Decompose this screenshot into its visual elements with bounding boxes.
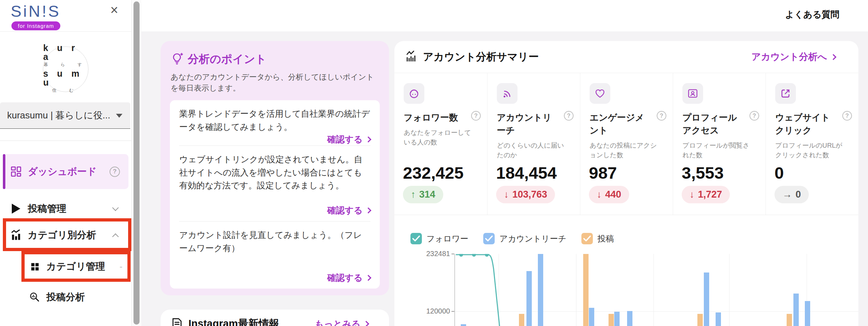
- metric-label: フォロワー数: [404, 111, 458, 124]
- sidebar-item-category-management[interactable]: カテゴリ管理 -: [21, 254, 130, 279]
- metric-desc: プロフィールが閲覧された数: [682, 141, 754, 160]
- account-select-value: kurasumu | 暮らしに役...: [7, 109, 110, 122]
- tip-item: ウェブサイトリンクが設定されていません。自社サイトへの流入を増やしたい場合にはと…: [179, 146, 370, 221]
- profile-card-icon: [682, 83, 703, 104]
- help-icon[interactable]: ?: [657, 111, 666, 121]
- legend-label: 投稿: [597, 233, 614, 244]
- metric-value: 987: [589, 163, 617, 183]
- chevron-down-icon: [116, 114, 122, 118]
- down-arrow-icon: ↓: [597, 189, 602, 200]
- sidebar-scrollbar-thumb[interactable]: [133, 1, 140, 325]
- followers-line: [455, 254, 858, 326]
- confirm-link-label: 確認する: [327, 204, 363, 216]
- help-icon[interactable]: ?: [471, 111, 481, 121]
- metric-delta-badge: ↓ 1,727: [682, 186, 730, 203]
- metric-label: プロフィールアクセス: [682, 111, 741, 137]
- metric-delta-badge: ↑ 314: [403, 186, 443, 203]
- face-icon: [404, 83, 424, 104]
- metric-delta: 1,727: [698, 189, 722, 200]
- followers-line-dot: [485, 254, 489, 257]
- metric-delta-badge: ↓ 103,763: [496, 186, 555, 203]
- sidebar: SiN!S for Instagram × k u r a 暮 ら す s u …: [0, 0, 131, 326]
- instagram-news-card: Instagram最新情報 もっとみる: [161, 310, 389, 326]
- sidebar-item-label: カテゴリ管理: [46, 260, 105, 273]
- metric-website-clicks: ウェブサイトクリック ? プロフィールのURLがクリックされた数 0 → 0: [766, 73, 858, 215]
- metric-account-reach: アカウントリーチ ? どのくらいの人に届いたのか 184,454 ↓ 103,7…: [487, 73, 580, 215]
- summary-chart-plot: [454, 254, 858, 326]
- tip-text: ウェブサイトリンクが設定されていません。自社サイトへの流入を増やしたい場合にはと…: [179, 153, 370, 192]
- tip-item: 業界トレンドデータを活用して自社業界の統計データを確認してみましょう。 確認する: [179, 100, 370, 146]
- sidebar-item-label: 投稿分析: [46, 291, 85, 304]
- checkbox-checked-icon: [581, 233, 593, 244]
- help-icon[interactable]: ?: [842, 111, 852, 121]
- metric-value: 0: [774, 163, 784, 183]
- active-accent-bar: [3, 154, 5, 189]
- chevron-right-icon: [365, 136, 372, 142]
- account-logo-line2-sub: 住 む: [52, 88, 79, 92]
- y-axis-tick-mid: 120000: [407, 307, 450, 315]
- account-logo-line2: s u m u: [43, 69, 88, 87]
- metric-desc: あなたをフォローしている人の数: [404, 128, 475, 147]
- close-icon: ×: [110, 2, 118, 18]
- bar-chart-icon: [10, 229, 22, 241]
- confirm-link[interactable]: 確認する: [327, 272, 370, 284]
- metric-label: アカウントリーチ: [497, 111, 556, 137]
- help-icon[interactable]: ?: [564, 111, 574, 121]
- metric-followers: フォロワー数 ? あなたをフォローしている人の数 232,425 ↑ 314: [394, 73, 487, 215]
- confirm-link[interactable]: 確認する: [327, 133, 370, 145]
- sinis-logo: SiN!S: [11, 2, 61, 21]
- dashboard-icon: [10, 166, 22, 177]
- down-arrow-icon: ↓: [504, 189, 509, 200]
- legend-item-followers[interactable]: フォロワー: [410, 233, 468, 244]
- sidebar-item-post-management[interactable]: 投稿管理: [3, 197, 128, 220]
- chevron-up-icon: [112, 233, 118, 240]
- metric-engagement: エンゲージメント ? あなたの投稿にアクションした数 987 ↓ 440: [580, 73, 673, 215]
- legend-label: フォロワー: [427, 233, 468, 244]
- close-sidebar-button[interactable]: ×: [106, 2, 122, 18]
- down-arrow-icon: ↓: [690, 189, 695, 200]
- faq-link[interactable]: よくある質問: [785, 9, 839, 20]
- see-more-link[interactable]: もっとみる: [315, 318, 368, 326]
- legend-item-posts[interactable]: 投稿: [581, 233, 614, 244]
- metric-desc: プロフィールのURLがクリックされた数: [775, 141, 847, 160]
- chart-legend: フォロワー アカウントリーチ 投稿: [410, 233, 614, 244]
- metric-profile-access: プロフィールアクセス ? プロフィールが閲覧された数 3,553 ↓ 1,727: [673, 73, 766, 215]
- chevron-right-icon: [831, 54, 837, 60]
- account-select[interactable]: kurasumu | 暮らしに役...: [0, 102, 130, 129]
- see-more-label: もっとみる: [315, 318, 360, 326]
- account-analysis-link-label: アカウント分析へ: [751, 51, 827, 63]
- chevron-right-icon: [363, 321, 369, 326]
- news-title: Instagram最新情報: [188, 317, 279, 326]
- sidebar-item-label: カテゴリ別分析: [28, 229, 96, 241]
- analysis-points-card: 分析のポイント あなたのアカウントデータから、分析してほしいポイントを毎日表示し…: [161, 41, 389, 295]
- metric-delta: 314: [419, 189, 435, 200]
- analysis-points-title: 分析のポイント: [188, 52, 267, 67]
- account-logo: k u r a 暮 ら す s u m u 住 む: [43, 46, 89, 92]
- sidebar-item-label: ダッシュボード: [28, 165, 97, 178]
- sidebar-scrollbar-track: [131, 0, 141, 326]
- sidebar-item-dashboard[interactable]: ダッシュボード ?: [3, 154, 128, 189]
- metric-delta-badge: ↓ 440: [589, 186, 629, 203]
- metric-delta: 103,763: [513, 189, 547, 200]
- confirm-link-label: 確認する: [327, 133, 363, 145]
- account-analysis-link[interactable]: アカウント分析へ: [751, 51, 836, 63]
- summary-title: アカウント分析サマリー: [423, 50, 539, 64]
- metric-label: ウェブサイトクリック: [775, 111, 834, 137]
- chevron-right-icon: [365, 275, 372, 281]
- sidebar-item-category-analysis[interactable]: カテゴリ別分析: [3, 223, 128, 248]
- sidebar-item-post-analysis[interactable]: 投稿分析: [21, 285, 130, 310]
- tip-text: アカウント設計を見直してみましょう。（フレームワーク有）: [179, 229, 370, 255]
- legend-item-account-reach[interactable]: アカウントリーチ: [483, 233, 566, 244]
- lightbulb-icon: [171, 52, 184, 67]
- rss-icon: [497, 83, 518, 104]
- chevron-down-icon: [112, 204, 118, 211]
- metrics-row: フォロワー数 ? あなたをフォローしている人の数 232,425 ↑ 314 ア…: [394, 73, 858, 215]
- help-icon[interactable]: ?: [750, 111, 759, 121]
- metric-label: エンゲージメント: [590, 111, 649, 137]
- confirm-link[interactable]: 確認する: [327, 204, 370, 216]
- help-icon[interactable]: ?: [110, 167, 120, 177]
- y-axis-tick-mark: [451, 254, 454, 254]
- y-axis-tick-mark: [451, 311, 454, 312]
- tip-text: 業界トレンドデータを活用して自社業界の統計データを確認してみましょう。: [179, 107, 370, 133]
- followers-line-dot: [472, 254, 476, 257]
